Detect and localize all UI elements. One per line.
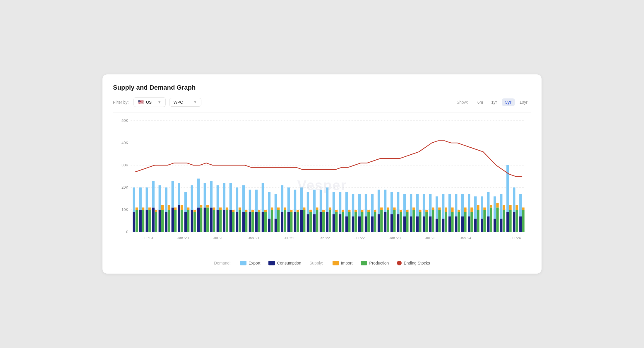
svg-rect-33 bbox=[165, 187, 167, 212]
svg-rect-95 bbox=[264, 210, 267, 212]
svg-rect-239 bbox=[496, 203, 499, 207]
svg-rect-26 bbox=[155, 212, 157, 232]
svg-rect-79 bbox=[239, 207, 241, 210]
svg-rect-206 bbox=[445, 212, 447, 232]
svg-rect-233 bbox=[487, 192, 489, 216]
consumption-swatch bbox=[268, 261, 275, 265]
svg-rect-215 bbox=[458, 210, 460, 212]
svg-text:Jul '20: Jul '20 bbox=[213, 236, 224, 240]
svg-rect-248 bbox=[513, 212, 515, 232]
svg-rect-111 bbox=[290, 210, 292, 212]
svg-rect-145 bbox=[345, 192, 348, 216]
svg-rect-194 bbox=[425, 212, 428, 232]
filter-label: Filter by: bbox=[113, 100, 129, 105]
svg-rect-71 bbox=[226, 207, 228, 210]
svg-rect-112 bbox=[294, 212, 296, 232]
svg-rect-238 bbox=[496, 207, 499, 232]
svg-rect-93 bbox=[262, 183, 264, 212]
svg-rect-230 bbox=[483, 210, 486, 232]
svg-rect-173 bbox=[390, 192, 393, 214]
ending-stocks-label: Ending Stocks bbox=[404, 261, 430, 265]
svg-rect-136 bbox=[333, 214, 335, 232]
svg-rect-101 bbox=[275, 194, 277, 219]
svg-rect-247 bbox=[509, 205, 511, 210]
svg-text:Jul '21: Jul '21 bbox=[284, 236, 294, 240]
svg-rect-153 bbox=[358, 194, 361, 216]
svg-rect-178 bbox=[400, 212, 402, 232]
svg-rect-65 bbox=[217, 185, 219, 210]
svg-rect-102 bbox=[277, 210, 280, 232]
svg-rect-77 bbox=[236, 187, 238, 212]
svg-rect-187 bbox=[412, 207, 415, 210]
show-6m-button[interactable]: 6m bbox=[474, 98, 487, 106]
svg-rect-24 bbox=[152, 207, 155, 232]
svg-rect-200 bbox=[436, 219, 438, 232]
svg-rect-199 bbox=[432, 207, 434, 210]
svg-rect-100 bbox=[275, 219, 277, 232]
svg-rect-205 bbox=[442, 194, 444, 219]
svg-text:Jan '24: Jan '24 bbox=[460, 236, 472, 240]
svg-rect-216 bbox=[461, 216, 464, 232]
show-1yr-button[interactable]: 1yr bbox=[488, 98, 500, 106]
svg-rect-105 bbox=[281, 185, 283, 212]
svg-rect-86 bbox=[251, 212, 254, 232]
svg-rect-148 bbox=[352, 216, 354, 232]
svg-rect-83 bbox=[245, 210, 247, 212]
show-10yr-button[interactable]: 10yr bbox=[516, 98, 531, 106]
svg-rect-138 bbox=[335, 212, 338, 232]
svg-rect-68 bbox=[223, 210, 225, 232]
svg-rect-197 bbox=[429, 194, 431, 216]
svg-text:0: 0 bbox=[126, 230, 128, 234]
svg-rect-110 bbox=[290, 212, 292, 232]
svg-rect-18 bbox=[142, 210, 144, 232]
svg-rect-192 bbox=[423, 216, 425, 232]
svg-rect-203 bbox=[438, 207, 441, 210]
svg-rect-147 bbox=[348, 210, 350, 212]
svg-rect-56 bbox=[204, 207, 206, 232]
country-dropdown[interactable]: 🇺🇸 US ▼ bbox=[133, 97, 166, 107]
svg-text:Jul '24: Jul '24 bbox=[511, 236, 521, 240]
export-label: Export bbox=[249, 261, 260, 265]
svg-rect-149 bbox=[352, 194, 354, 216]
page-title: Supply and Demand Graph bbox=[113, 84, 531, 91]
svg-rect-213 bbox=[455, 194, 457, 216]
svg-rect-15 bbox=[136, 207, 138, 210]
svg-rect-50 bbox=[193, 212, 196, 232]
svg-rect-150 bbox=[354, 212, 357, 232]
svg-rect-236 bbox=[494, 219, 496, 232]
svg-rect-37 bbox=[172, 181, 174, 207]
svg-rect-224 bbox=[474, 219, 477, 232]
country-value: US bbox=[146, 100, 152, 105]
svg-rect-207 bbox=[445, 207, 447, 212]
svg-rect-128 bbox=[320, 212, 322, 232]
svg-rect-99 bbox=[271, 207, 273, 210]
show-5yr-button[interactable]: 5yr bbox=[502, 98, 515, 106]
svg-rect-242 bbox=[503, 210, 505, 232]
svg-rect-22 bbox=[148, 210, 151, 232]
svg-rect-196 bbox=[429, 216, 431, 232]
svg-rect-25 bbox=[152, 181, 155, 207]
svg-rect-225 bbox=[474, 196, 477, 219]
import-swatch bbox=[333, 261, 339, 265]
svg-rect-108 bbox=[287, 212, 290, 232]
svg-rect-181 bbox=[403, 194, 406, 216]
svg-rect-59 bbox=[206, 205, 209, 208]
svg-rect-67 bbox=[219, 207, 222, 210]
svg-rect-31 bbox=[161, 205, 164, 210]
svg-rect-232 bbox=[487, 216, 489, 232]
svg-rect-69 bbox=[223, 183, 225, 210]
flag-icon: 🇺🇸 bbox=[138, 99, 144, 105]
commodity-dropdown[interactable]: WPC ▼ bbox=[169, 98, 201, 107]
svg-rect-154 bbox=[361, 212, 363, 232]
svg-rect-48 bbox=[191, 210, 193, 232]
legend-production: Production bbox=[361, 261, 389, 265]
svg-rect-64 bbox=[217, 210, 219, 232]
svg-rect-14 bbox=[136, 210, 138, 232]
svg-rect-210 bbox=[451, 212, 453, 232]
svg-rect-84 bbox=[249, 212, 251, 232]
svg-rect-20 bbox=[146, 210, 148, 232]
svg-rect-73 bbox=[229, 183, 232, 210]
svg-rect-170 bbox=[387, 210, 389, 232]
svg-rect-229 bbox=[481, 196, 483, 219]
svg-rect-252 bbox=[519, 216, 522, 232]
